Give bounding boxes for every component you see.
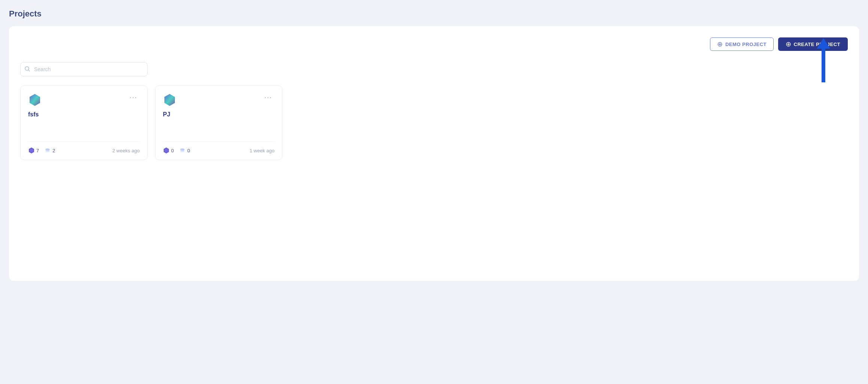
svg-marker-2 (30, 94, 40, 106)
search-icon (25, 66, 30, 73)
project-icon (28, 93, 42, 107)
demo-project-button[interactable]: ⊕ DEMO PROJECT (710, 37, 774, 51)
arrow-shaft (822, 49, 825, 82)
more-menu-button[interactable]: ··· (127, 93, 140, 101)
create-project-button[interactable]: ⊕ CREATE PROJECT (778, 37, 848, 51)
svg-point-7 (45, 151, 50, 153)
svg-marker-8 (164, 94, 175, 106)
demo-plus-icon: ⊕ (717, 41, 723, 48)
card-footer: 7 2 2 weeks ago (28, 141, 140, 154)
project-card[interactable]: ··· fsfs 7 2 (20, 85, 148, 160)
time-ago: 2 weeks ago (112, 148, 140, 153)
models-count: 7 (36, 148, 39, 153)
layers-icon (44, 147, 51, 154)
models-stat: 7 (28, 147, 39, 154)
arrow-annotation (822, 49, 825, 82)
demo-project-label: DEMO PROJECT (725, 42, 767, 47)
page-title: Projects (9, 9, 859, 19)
models-icon (28, 147, 35, 154)
layers-stat: 0 (179, 147, 190, 154)
models-stat: 0 (163, 147, 174, 154)
arrow-head (817, 38, 830, 49)
search-input-wrapper (20, 62, 148, 76)
project-icon (163, 93, 176, 107)
layers-count: 0 (187, 148, 190, 153)
projects-grid: ··· fsfs 7 2 (20, 85, 848, 160)
card-header: ··· (28, 93, 140, 107)
models-count: 0 (171, 148, 174, 153)
layers-stat: 2 (44, 147, 55, 154)
project-card[interactable]: ··· PJ 0 0 (155, 85, 282, 160)
svg-line-1 (28, 70, 30, 71)
search-input[interactable] (20, 62, 148, 76)
project-name: fsfs (28, 111, 140, 124)
toolbar: ⊕ DEMO PROJECT ⊕ CREATE PROJECT (20, 37, 848, 51)
layers-count: 2 (52, 148, 55, 153)
main-container: ⊕ DEMO PROJECT ⊕ CREATE PROJECT (9, 26, 859, 281)
models-icon (163, 147, 170, 154)
create-plus-icon: ⊕ (786, 41, 792, 48)
more-menu-button[interactable]: ··· (262, 93, 274, 101)
search-container (20, 62, 148, 76)
project-name: PJ (163, 111, 274, 124)
time-ago: 1 week ago (250, 148, 275, 153)
card-header: ··· (163, 93, 274, 107)
card-footer: 0 0 1 week ago (163, 141, 274, 154)
layers-icon (179, 147, 186, 154)
svg-point-13 (180, 151, 185, 153)
